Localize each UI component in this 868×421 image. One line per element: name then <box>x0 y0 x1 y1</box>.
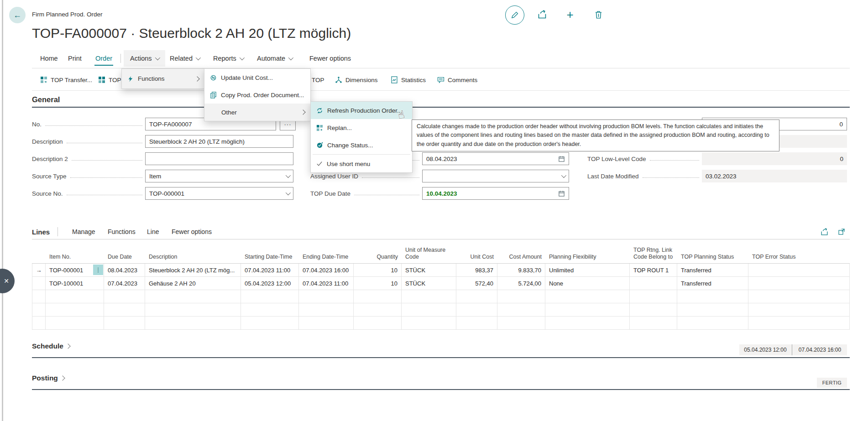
cell-description[interactable]: Steuerblock 2 AH 20 (LTZ mög... <box>145 264 241 276</box>
menu-order[interactable]: Order <box>93 50 115 67</box>
menu-item-copy-prod-order[interactable]: Copy Prod. Order Document... <box>204 86 310 104</box>
menu-related[interactable]: Related <box>167 50 202 67</box>
source-type-field[interactable]: Item <box>145 170 293 182</box>
cell-error-status[interactable] <box>748 264 850 276</box>
new-button[interactable]: + <box>563 7 577 22</box>
cell-cost-amount[interactable]: 9.833,70 <box>497 264 545 276</box>
cell-uom[interactable]: STÜCK <box>402 264 456 276</box>
cell-description[interactable]: Gehäuse 2 AH 20 <box>145 277 241 290</box>
lines-section-title[interactable]: Lines <box>32 225 50 238</box>
toolbar-dimensions-button[interactable]: Dimensions <box>335 73 378 87</box>
header-planning-status[interactable]: TOP Planning Status <box>677 242 748 263</box>
header-description[interactable]: Description <box>145 242 241 263</box>
cell-rtng-link[interactable] <box>630 277 677 290</box>
toolbar-comments-button[interactable]: Comments <box>437 73 477 87</box>
share-button[interactable] <box>535 7 549 22</box>
functions-submenu-panel: Update Unit Cost... Copy Prod. Order Doc… <box>204 68 311 121</box>
cell-error-status[interactable] <box>748 277 850 290</box>
delete-button[interactable] <box>591 7 606 22</box>
menu-item-replan[interactable]: Replan... <box>311 119 412 136</box>
header-quantity[interactable]: Quantity <box>354 242 402 263</box>
plus-icon: + <box>566 9 573 21</box>
description2-field[interactable] <box>145 152 293 165</box>
posting-section-title[interactable]: Posting <box>32 374 64 382</box>
menu-automate[interactable]: Automate <box>254 50 295 67</box>
table-row-empty <box>32 303 850 317</box>
side-panel-handle[interactable]: ✕ <box>0 269 15 293</box>
cell-due-date[interactable]: 07.04.2023 <box>104 277 145 290</box>
dotted-leader <box>67 143 142 143</box>
cell-item-no[interactable]: TOP-100001 <box>46 277 104 290</box>
cell-unit-cost[interactable]: 572,40 <box>456 277 497 290</box>
cell-cost-amount[interactable]: 5.724,00 <box>497 277 545 290</box>
schedule-start-chip: 05.04.2023 12:00 <box>739 344 791 355</box>
menu-item-other[interactable]: Other <box>204 104 310 121</box>
toolbar-statistics-button[interactable]: Statistics <box>391 73 426 87</box>
schedule-section-title[interactable]: Schedule <box>32 342 70 350</box>
menu-fewer-options[interactable]: Fewer options <box>307 50 354 67</box>
no-label-row: No. <box>32 118 145 130</box>
cell-rtng-link[interactable]: TOP ROUT 1 <box>630 264 677 276</box>
low-level-label-row: TOP Low-Level Code <box>587 152 702 165</box>
calendar-icon[interactable] <box>558 190 565 197</box>
description-field[interactable]: Steuerblock 2 AH 20 (LTZ möglich) <box>145 135 293 148</box>
lines-functions-button[interactable]: Functions <box>108 225 136 238</box>
cell-planning-status[interactable]: Transferred <box>677 277 748 290</box>
header-due-date[interactable]: Due Date <box>104 242 145 263</box>
cell-planning-status[interactable]: Transferred <box>677 264 748 276</box>
cell-item-no[interactable]: TOP-000001 ⋮ <box>46 264 104 276</box>
cell-ending[interactable]: 07.04.2023 16:00 <box>299 264 354 276</box>
cell-planning-flex[interactable]: None <box>545 277 630 290</box>
lines-manage-button[interactable]: Manage <box>72 225 95 238</box>
description2-label-row: Description 2 <box>32 152 145 165</box>
menu-item-use-short-menu[interactable]: Use short menu <box>311 155 412 172</box>
menu-item-change-status[interactable]: Change Status... <box>311 136 412 154</box>
cell-due-date[interactable]: 08.04.2023 <box>104 264 145 276</box>
menu-item-update-unit-cost[interactable]: Update Unit Cost... <box>204 69 310 86</box>
lines-expand-button[interactable] <box>836 226 847 237</box>
edit-button[interactable] <box>505 5 524 25</box>
posting-status-chip: FERTIG <box>817 378 847 388</box>
cell-ending[interactable]: 07.04.2023 11:00 <box>299 277 354 290</box>
due-date-field[interactable]: 08.04.2023 <box>422 152 569 165</box>
row-menu-button[interactable]: ⋮ <box>93 265 103 275</box>
header-unit-cost[interactable]: Unit Cost <box>456 242 497 263</box>
lines-table: Item No. Due Date Description Starting D… <box>32 242 850 330</box>
cell-planning-flex[interactable]: Unlimited <box>545 264 630 276</box>
menu-actions[interactable]: Actions <box>124 50 165 67</box>
back-button[interactable]: ← <box>9 7 26 23</box>
menu-print[interactable]: Print <box>65 50 84 67</box>
header-uom[interactable]: Unit of Measure Code <box>402 242 456 263</box>
cell-unit-cost[interactable]: 983,37 <box>456 264 497 276</box>
header-cost-amount[interactable]: Cost Amount <box>497 242 545 263</box>
toolbar-top-fragment[interactable]: TOP <box>312 73 324 87</box>
source-no-field[interactable]: TOP-000001 <box>145 187 293 200</box>
header-ending[interactable]: Ending Date-Time <box>299 242 354 263</box>
lines-line-button[interactable]: Line <box>147 225 159 238</box>
general-section-title[interactable]: General <box>32 95 60 104</box>
chevron-right-icon <box>60 375 65 380</box>
header-error-status[interactable]: TOP Error Status <box>748 242 850 263</box>
cell-quantity[interactable]: 10 <box>354 277 402 290</box>
cell-quantity[interactable]: 10 <box>354 264 402 276</box>
menu-item-functions[interactable]: Functions <box>122 69 204 88</box>
header-rtng-link[interactable]: TOP Rtng. Link Code Belong to <box>630 242 677 263</box>
cell-starting[interactable]: 05.04.2023 12:00 <box>241 277 299 290</box>
toolbar-top-button[interactable]: TOP <box>98 73 121 87</box>
cell-uom[interactable]: STÜCK <box>402 277 456 290</box>
header-starting[interactable]: Starting Date-Time <box>241 242 299 263</box>
assigned-user-field[interactable] <box>422 170 569 182</box>
actions-menu-panel: Functions <box>121 68 205 89</box>
menu-home[interactable]: Home <box>37 50 61 67</box>
calendar-icon[interactable] <box>558 156 565 162</box>
lines-share-button[interactable] <box>819 226 830 237</box>
menu-reports[interactable]: Reports <box>210 50 246 67</box>
header-planning-flex[interactable]: Planning Flexibility <box>545 242 630 263</box>
replan-grid-icon <box>316 125 323 131</box>
dotted-leader <box>72 160 142 161</box>
header-item-no[interactable]: Item No. <box>46 242 104 263</box>
cell-starting[interactable]: 07.04.2023 11:00 <box>241 264 299 276</box>
toolbar-top-transfer-button[interactable]: TOP Transfer... <box>40 73 92 87</box>
top-due-date-field[interactable]: 10.04.2023 <box>422 187 569 200</box>
lines-fewer-options-button[interactable]: Fewer options <box>172 225 212 238</box>
